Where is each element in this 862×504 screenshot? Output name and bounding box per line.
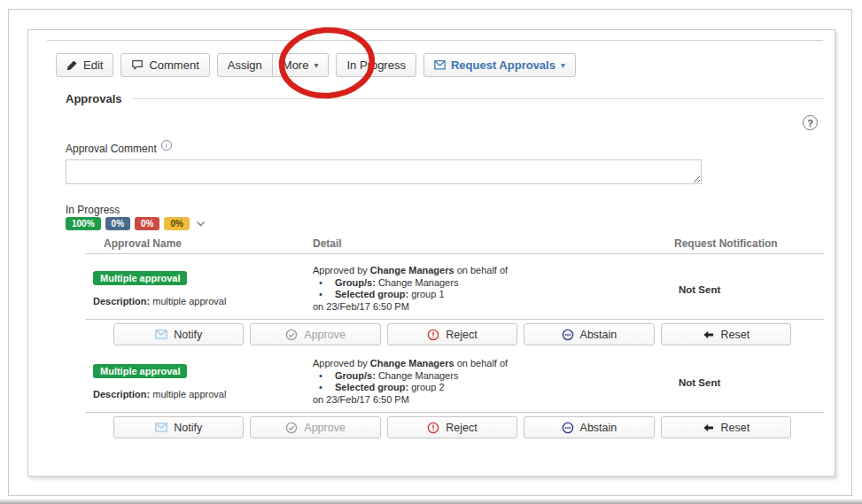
progress-badge-abstained: 0%: [164, 217, 189, 230]
caret-down-icon: ▾: [561, 61, 565, 70]
chevron-down-icon[interactable]: [194, 221, 207, 228]
request-approvals-button[interactable]: Request Approvals ▾: [423, 53, 576, 77]
envelope-icon: [155, 330, 167, 339]
detail-bullet: • Group/s: Change Managers: [313, 370, 579, 383]
envelope-icon: [155, 423, 167, 432]
detail-date-line: on 23/Feb/17 6:50 PM: [313, 394, 579, 407]
section-title: Approvals: [66, 92, 122, 105]
comment-button[interactable]: Comment: [120, 53, 209, 77]
approval-actions-row: Notify Approve Reject Abstain: [113, 323, 791, 345]
approve-button[interactable]: Approve: [250, 323, 380, 345]
ellipsis-circle-icon: [562, 329, 574, 341]
abstain-button[interactable]: Abstain: [524, 323, 654, 345]
row-separator: [85, 319, 824, 320]
request-approvals-label: Request Approvals: [451, 58, 555, 72]
detail-bullet: • Selected group: group 1: [313, 289, 579, 301]
reject-button[interactable]: Reject: [387, 416, 517, 438]
assign-label: Assign: [228, 58, 262, 72]
detail-date-line: on 23/Feb/17 6:50 PM: [313, 301, 579, 314]
edit-button[interactable]: Edit: [56, 53, 113, 77]
approve-button[interactable]: Approve: [250, 416, 380, 438]
envelope-icon: [434, 60, 446, 70]
notification-status: Not Sent: [679, 377, 720, 388]
issue-toolbar: Edit Comment Assign More ▾ In Progress: [56, 53, 576, 77]
approved-by-line: Approved by Change Managers on behalf of: [313, 358, 579, 370]
page-panel: Edit Comment Assign More ▾ In Progress: [8, 9, 852, 496]
row-separator: [85, 412, 824, 413]
approval-name-badge: Multiple approval: [93, 364, 187, 378]
approval-detail: Approved by Change Managers on behalf of…: [313, 265, 579, 313]
arrow-left-icon: [703, 330, 715, 339]
approval-comment-input[interactable]: [66, 159, 702, 184]
in-progress-button[interactable]: In Progress: [336, 53, 415, 77]
approval-comment-label: Approval Comment: [66, 143, 157, 155]
abstain-button[interactable]: Abstain: [524, 416, 654, 438]
check-circle-icon: [285, 329, 298, 341]
more-label: More: [283, 58, 309, 72]
reject-button[interactable]: Reject: [387, 323, 517, 345]
check-circle-icon: [285, 422, 298, 434]
edit-label: Edit: [83, 58, 103, 72]
caret-down-icon: ▾: [314, 61, 318, 70]
approval-description: Description: multiple approval: [93, 389, 226, 399]
more-button[interactable]: More ▾: [273, 53, 330, 77]
pencil-icon: [66, 59, 78, 71]
notification-status: Not Sent: [679, 284, 720, 295]
assign-button[interactable]: Assign: [217, 53, 273, 77]
arrow-left-icon: [703, 423, 715, 432]
help-icon[interactable]: ?: [803, 115, 818, 130]
in-progress-label: In Progress: [346, 58, 405, 72]
reset-button[interactable]: Reset: [661, 416, 791, 438]
approvals-section-header: Approvals: [66, 92, 824, 105]
notify-button[interactable]: Notify: [113, 416, 244, 438]
approval-comment-field: Approval Comment i: [66, 143, 172, 155]
approval-description: Description: multiple approval: [93, 296, 226, 306]
info-icon: i: [161, 140, 172, 151]
column-header-approval-name: Approval Name: [104, 237, 182, 250]
section-rule: [131, 98, 824, 99]
approval-detail: Approved by Change Managers on behalf of…: [313, 358, 579, 406]
reset-button[interactable]: Reset: [661, 323, 791, 345]
detail-bullet: • Group/s: Change Managers: [313, 277, 579, 290]
progress-badge-rejected: 0%: [135, 217, 159, 230]
issue-detail-panel: Edit Comment Assign More ▾ In Progress: [27, 29, 835, 477]
status-label: In Progress: [66, 204, 120, 216]
top-divider: [47, 40, 823, 41]
approval-name-badge: Multiple approval: [93, 271, 187, 285]
detail-bullet: • Selected group: group 2: [313, 382, 579, 394]
approval-progress-badges: 100% 0% 0% 0%: [66, 217, 207, 230]
comment-icon: [131, 59, 144, 71]
window-bottom-edge: [0, 499, 862, 504]
notify-button[interactable]: Notify: [113, 323, 244, 345]
column-header-request-notification: Request Notification: [674, 237, 778, 250]
progress-badge-pending: 0%: [105, 217, 130, 230]
progress-badge-approved: 100%: [66, 217, 101, 230]
approved-by-line: Approved by Change Managers on behalf of: [313, 265, 579, 277]
assign-more-group: Assign More ▾: [217, 53, 330, 77]
comment-label: Comment: [149, 58, 198, 72]
exclamation-circle-icon: [427, 329, 439, 341]
column-header-detail: Detail: [313, 237, 342, 250]
table-header-divider: [85, 253, 824, 254]
approval-actions-row: Notify Approve Reject Abstain: [113, 416, 791, 438]
exclamation-circle-icon: [427, 422, 439, 434]
ellipsis-circle-icon: [562, 422, 574, 434]
